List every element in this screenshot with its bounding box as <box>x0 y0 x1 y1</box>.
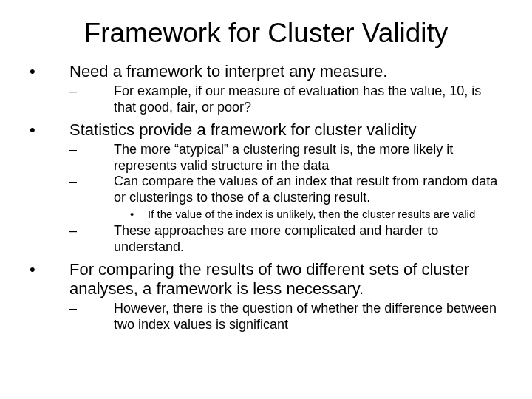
bullet-dash-icon: – <box>27 83 114 116</box>
bullet-level2: – The more “atypical” a clustering resul… <box>27 142 505 174</box>
bullet-level1: • Need a framework to interpret any meas… <box>27 62 505 82</box>
bullet-level2: – For example, if our measure of evaluat… <box>27 83 505 116</box>
bullet-level2: – However, there is the question of whet… <box>27 301 505 333</box>
bullet-dash-icon: – <box>27 223 114 256</box>
bullet-level1: • Statistics provide a framework for clu… <box>27 120 505 140</box>
bullet-level1: • For comparing the results of two diffe… <box>27 260 505 300</box>
body-text: For example, if our measure of evaluatio… <box>114 83 505 116</box>
bullet-dash-icon: – <box>27 174 114 206</box>
slide: Framework for Cluster Validity • Need a … <box>0 0 532 399</box>
bullet-dash-icon: – <box>27 301 114 333</box>
bullet-dot-icon: • <box>27 260 69 300</box>
body-text: If the value of the index is unlikely, t… <box>148 208 505 221</box>
body-text: Statistics provide a framework for clust… <box>69 120 505 140</box>
bullet-dot-icon: • <box>27 208 148 221</box>
body-text: However, there is the question of whethe… <box>114 301 505 333</box>
body-text: These approaches are more complicated an… <box>114 223 505 256</box>
body-text: Need a framework to interpret any measur… <box>69 62 505 82</box>
bullet-dot-icon: • <box>27 120 69 140</box>
bullet-level3: • If the value of the index is unlikely,… <box>27 208 505 221</box>
bullet-level2: – These approaches are more complicated … <box>27 223 505 256</box>
bullet-dot-icon: • <box>27 62 69 82</box>
body-text: The more “atypical” a clustering result … <box>114 142 505 174</box>
body-text: For comparing the results of two differe… <box>69 260 505 300</box>
bullet-dash-icon: – <box>27 142 114 174</box>
bullet-level2: – Can compare the values of an index tha… <box>27 174 505 206</box>
body-text: Can compare the values of an index that … <box>114 174 505 206</box>
slide-title: Framework for Cluster Validity <box>27 18 505 49</box>
